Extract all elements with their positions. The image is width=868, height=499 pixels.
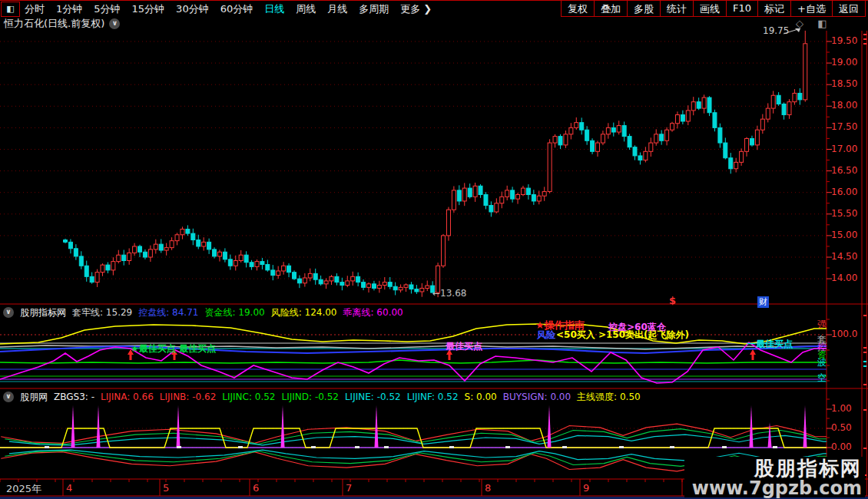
- bot-axis-label: 0.50: [831, 422, 865, 433]
- bot-field-LIJIND:: LIJIND: -0.52: [282, 392, 339, 402]
- app-window: { "top_menu": { "window_icon": "◧", "ite…: [0, 0, 868, 499]
- month-label-9: 9: [583, 482, 589, 494]
- price-axis-label: 14.00: [831, 273, 865, 283]
- mid-field-套牢线:: 套牢线: 15.29: [72, 306, 132, 319]
- price-axis-label: 15.50: [831, 208, 865, 219]
- chart-canvas: [0, 0, 868, 499]
- high-price-label: 19.75: [763, 25, 789, 36]
- tool-多股[interactable]: 多股: [627, 1, 660, 16]
- edge-label-强: 强: [817, 318, 827, 331]
- cai-badge: 财: [757, 296, 769, 308]
- price-axis-label: 18.00: [831, 100, 865, 111]
- price-axis-label: 17.00: [831, 144, 865, 154]
- price-axis-label: 19.50: [831, 35, 865, 46]
- month-label-6: 6: [253, 482, 259, 494]
- menu-item-更多 ❯[interactable]: 更多 ❯: [400, 2, 432, 16]
- tool-统计[interactable]: 统计: [660, 1, 693, 16]
- window-split-icon[interactable]: ◧: [1, 2, 20, 17]
- year-label: 2025年: [6, 482, 41, 496]
- mid-annotation: ★最佳买点 最佳买点: [131, 342, 216, 355]
- title-bar: 恒力石化(日线.前复权) ∨: [4, 17, 120, 30]
- price-axis-label: 14.50: [831, 251, 865, 262]
- price-axis-label: 16.00: [831, 187, 865, 197]
- toolbar-menu: 复权叠加多股统计画线F10标记+自选返回: [561, 1, 866, 17]
- bot-panel-name: 股朋网: [20, 391, 48, 404]
- menu-item-周线[interactable]: 周线: [296, 2, 316, 16]
- edge-label-波: 波: [817, 356, 827, 369]
- mid-panel-header: ∨ 股朋指标网 套牢线: 15.29控盘线: 84.71资金线: 19.00风险…: [3, 306, 403, 319]
- bot-axis-label: 1.00: [831, 403, 865, 414]
- month-label-7: 7: [346, 482, 352, 494]
- tool-画线[interactable]: 画线: [693, 1, 726, 16]
- watermark-site-name: 股朋指标网: [692, 458, 862, 479]
- month-label-4: 4: [66, 482, 72, 494]
- menu-item-日线[interactable]: 日线: [264, 2, 284, 16]
- chevron-down-icon[interactable]: ∨: [109, 18, 120, 29]
- bot-field-LIJINC:: LIJINC: 0.52: [222, 392, 275, 402]
- watermark: 股朋指标网 www.7gpzb.com: [684, 457, 865, 497]
- price-axis-label: 18.50: [831, 78, 865, 89]
- menu-item-1分钟[interactable]: 1分钟: [56, 2, 82, 16]
- menu-item-30分钟[interactable]: 30分钟: [176, 2, 209, 16]
- menu-item-分时[interactable]: 分时: [25, 2, 45, 16]
- bot-field-LIJINE:: LIJINE: -0.52: [345, 392, 401, 402]
- mid-annotation: 一最佳买点: [747, 338, 793, 351]
- bot-panel-formula: ZBGS3: -: [54, 392, 94, 402]
- tool-叠加[interactable]: 叠加: [594, 1, 627, 16]
- tool-F10[interactable]: F10: [726, 1, 757, 16]
- menu-item-多周期[interactable]: 多周期: [359, 2, 389, 16]
- mid-field-控盘线:: 控盘线: 84.71: [138, 306, 198, 319]
- mid-annotation: 风险: [537, 329, 555, 342]
- tool-+自选[interactable]: +自选: [790, 1, 832, 16]
- dollar-marker: $: [669, 295, 676, 306]
- mid-axis-label: 100.0: [831, 329, 865, 339]
- price-axis-label: 15.00: [831, 230, 865, 240]
- price-axis-label: 16.50: [831, 165, 865, 176]
- period-menu: 分时1分钟5分钟15分钟30分钟60分钟日线周线月线多周期更多 ❯: [25, 2, 432, 16]
- mid-field-风险线:: 风险线: 124.00: [271, 306, 337, 319]
- bot-field-LIJINB:: LIJINB: -0.62: [160, 392, 216, 402]
- tool-标记[interactable]: 标记: [757, 1, 790, 16]
- top-menu-bar: ◧ 分时1分钟5分钟15分钟30分钟60分钟日线周线月线多周期更多 ❯ 复权叠加…: [0, 0, 868, 16]
- watermark-url: www.7gpzb.com: [692, 479, 862, 497]
- tool-返回[interactable]: 返回: [832, 1, 866, 16]
- chevron-down-icon[interactable]: ∨: [3, 392, 14, 402]
- month-label-8: 8: [485, 482, 491, 494]
- menu-item-15分钟[interactable]: 15分钟: [132, 2, 165, 16]
- month-label-5: 5: [163, 482, 169, 494]
- bot-field-LIJINF:: LIJINF: 0.52: [407, 392, 459, 402]
- bot-field-LIJINA:: LIJINA: 0.66: [101, 392, 154, 402]
- stock-title: 恒力石化(日线.前复权): [4, 17, 104, 31]
- mid-annotation: 最佳买点: [446, 340, 482, 353]
- menu-item-60分钟[interactable]: 60分钟: [220, 2, 253, 16]
- menu-item-月线[interactable]: 月线: [327, 2, 347, 16]
- mid-field-资金线:: 资金线: 19.00: [204, 306, 264, 319]
- bot-field-BUYSIGN:: BUYSIGN: 0.00: [503, 392, 571, 402]
- menu-item-5分钟[interactable]: 5分钟: [94, 2, 120, 16]
- bot-axis-label: 0.00: [831, 441, 865, 452]
- edge-label-空: 空: [817, 372, 827, 385]
- bot-panel-header: ∨ 股朋网 ZBGS3: - LIJINA: 0.66LIJINB: -0.62…: [3, 391, 641, 403]
- bot-field-主线强度:: 主线强度: 0.50: [577, 391, 641, 404]
- tool-复权[interactable]: 复权: [561, 1, 594, 16]
- low-price-label: ←13.68: [432, 288, 466, 299]
- price-axis-label: 19.00: [831, 57, 865, 68]
- mid-field-乖离线:: 乖离线: 60.00: [343, 306, 403, 319]
- chevron-down-icon[interactable]: ∨: [3, 307, 14, 318]
- chart-corner-icons[interactable]: ◇ ◧: [796, 18, 832, 29]
- bot-field-S:: S: 0.00: [465, 392, 497, 402]
- mid-annotation: <50买入 >150卖出(起飞除外): [556, 329, 689, 342]
- price-axis-label: 17.50: [831, 121, 865, 132]
- mid-panel-name: 股朋指标网: [20, 306, 66, 319]
